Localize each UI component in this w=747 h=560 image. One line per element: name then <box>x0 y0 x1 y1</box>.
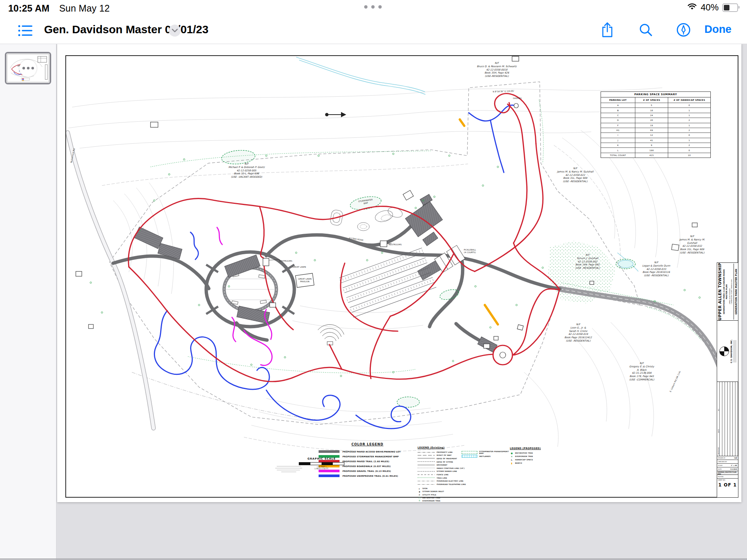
parking-table-cell: 2 <box>668 118 710 122</box>
parking-table-cell: 18 <box>635 108 668 112</box>
parking-table-cell: 2 <box>668 128 710 133</box>
title-block-row: FILE NO. <box>717 475 738 479</box>
title-block-row: DRAWN BYCJW <box>717 456 738 460</box>
legend-label: DECIDUOUS TREE <box>422 497 440 499</box>
wifi-icon <box>687 3 697 12</box>
legend-label: PROPOSED PAVED ACCESS DRIVE/PARKING LOT <box>342 451 401 453</box>
bottom-edge-line <box>0 559 747 560</box>
revision-header: DATE <box>718 429 719 433</box>
document-title: Gen. Davidson Master 05/01/23 <box>44 23 208 36</box>
legend-label: OVERHEAD TELEPHONE LINE <box>437 483 466 485</box>
legend-linetype-sample <box>418 481 435 481</box>
parking-table-cell: C <box>601 113 635 118</box>
legend-label: STORM SEWER LINE <box>437 470 457 472</box>
legend-label: HANDICAP SPACE <box>515 459 533 461</box>
parking-table-row: I120 <box>601 133 710 138</box>
page-thumbnail[interactable] <box>5 52 51 84</box>
legend-symbol-icon: ▸ <box>418 488 421 490</box>
share-button[interactable] <box>598 21 616 39</box>
graphic-scale: GRAPHIC SCALE ( IN FEET ) 1 INCH = 60 FT… <box>292 457 351 470</box>
title-block-info-rows: DRAWN BYCJWCHECKED BYSCALE1" = 60'DATE5/… <box>717 456 738 479</box>
legend-label: PROPERTY LINE <box>437 451 453 453</box>
legend-label: EVERGREEN TREE <box>515 455 533 457</box>
legend-label: PROPOSED GRAVEL TRAIL (0.13 MILES) <box>342 470 391 472</box>
pdf-page[interactable]: PARKING SPACE SUMMARY PARKING LOT# OF SP… <box>57 44 741 502</box>
color-legend-row: PROPOSED UNIMPROVED TRAIL (0.61 MILES) <box>319 473 431 478</box>
feature-label: RESTROOMS <box>279 260 292 262</box>
legend-label: RIGHT OF WAY <box>437 454 452 456</box>
parking-table-cell: 0 <box>668 103 710 108</box>
legend-area-swatch <box>462 451 477 454</box>
legend-label: INDEX CONTOUR LINE (10') <box>437 467 465 469</box>
revision-header: REVISIONS <box>718 447 719 454</box>
legend-line-row: FENCE LINE <box>418 473 507 476</box>
parking-table-cell: 0 <box>668 148 710 152</box>
legend-linetype-sample <box>418 465 435 466</box>
parking-table-cell: L <box>601 148 635 152</box>
legend-line-row: OVERHEAD TELEPHONE LINE <box>418 483 507 486</box>
search-icon[interactable] <box>637 21 655 39</box>
toolbar-divider <box>0 44 747 44</box>
feature-label: GREAT LAWN <box>292 266 306 268</box>
map-label: N/FLeon G., Jr. &Sarah H. Crone42-12-035… <box>564 323 592 343</box>
legend-label: SIGN <box>422 488 427 489</box>
legend-label: STORMWATER MANAGEMENT BMP <box>479 451 510 454</box>
legend-label: EDGE OF PAVEMENT <box>437 458 457 460</box>
status-indicators: 40% <box>687 2 738 13</box>
legend-swatch <box>319 475 340 477</box>
legend-label: BENCH <box>515 462 522 464</box>
legend-linetype-sample <box>418 484 435 485</box>
legend-line-row: OVERHEAD ELECTRIC LINE <box>418 479 507 483</box>
parking-table-cell: 1 <box>668 113 710 118</box>
battery-icon <box>722 3 738 12</box>
revision-header: NO. <box>718 408 719 411</box>
legend-symbol-icon: ● <box>510 452 514 454</box>
parking-table-cell: I <box>601 133 635 137</box>
legend-proposed: LEGEND (PROPOSED) ●DECIDUOUS TREE✳EVERGR… <box>510 447 555 465</box>
parking-table-cell: H1 <box>601 128 635 133</box>
legend-symbol-icon: ✳ <box>510 455 514 458</box>
multitasking-dots[interactable] <box>364 5 382 9</box>
title-block-row: DATE5/1/2023 <box>717 467 738 471</box>
legend-symbol-icon: ▮ <box>510 462 514 464</box>
parking-table-cell: 2 <box>668 143 710 147</box>
parking-table-cell: D <box>601 118 635 122</box>
parking-table-cell: 41 <box>635 138 668 143</box>
legend-existing: LEGEND (Existing) PROPERTY LINERIGHT OF … <box>418 446 507 502</box>
map-label: N/FJames M. & Nancy M.Gutshall42-12-0358… <box>679 235 705 255</box>
parking-table-row: F191 <box>601 123 710 128</box>
page-thumbnail-preview <box>6 53 50 83</box>
title-block-firm: C.S. DAVIDSON, INC. <box>730 339 732 363</box>
ipad-screen: 10:25 AMSun May 12 40% Gen. Davidson Mas… <box>0 0 747 560</box>
parking-table-cell: 0 <box>668 133 710 137</box>
parking-table-cell: B <box>601 108 635 112</box>
title-menu-button[interactable] <box>169 25 181 37</box>
legend-label: WETLANDS <box>479 455 490 457</box>
parking-column-header: # OF SPACES <box>635 97 668 103</box>
parking-table-cell: 1 <box>668 123 710 128</box>
legend-linetype-sample <box>418 468 435 469</box>
parking-table-row: B181 <box>601 108 710 113</box>
parking-column-header: PARKING LOT <box>601 97 635 103</box>
legend-area-items: STORMWATER MANAGEMENT BMPWETLANDS <box>462 451 510 458</box>
legend-label: EDGE OF STONE <box>437 461 453 463</box>
title-block-project: GENERATIONS PARK (1140 LISBURN ROAD)MAST… <box>723 269 728 314</box>
parking-table-cell: 415 <box>635 153 668 158</box>
graphic-scale-bar <box>299 462 344 465</box>
color-legend-title: COLOR LEGEND <box>351 442 431 446</box>
legend-line-row: INDEX CONTOUR LINE (10') <box>418 467 507 470</box>
thumbnails-sidebar-button[interactable] <box>16 22 34 40</box>
legend-symbol-row: ▪STORM SEWER INLET <box>418 490 444 493</box>
parking-table-cell: 19 <box>635 123 668 128</box>
parking-table-row: L1980 <box>601 148 710 153</box>
markup-icon[interactable] <box>675 21 692 39</box>
legend-swatch <box>319 470 340 472</box>
feature-label: GREAT LAWN PAVILION <box>298 278 311 283</box>
legend-area-row: STORMWATER MANAGEMENT BMP <box>462 451 510 454</box>
legend-symbol-icon: ✳ <box>418 500 421 502</box>
legend-symbol-row: øUTILITY POLE <box>418 493 444 496</box>
map-label: N/FGregory E. & ChristyA. Black42-31-213… <box>629 362 654 382</box>
done-button[interactable]: Done <box>704 23 732 35</box>
parking-table-cell: TOTAL COUNT <box>601 153 635 158</box>
parking-table-cell: 198 <box>635 148 668 152</box>
